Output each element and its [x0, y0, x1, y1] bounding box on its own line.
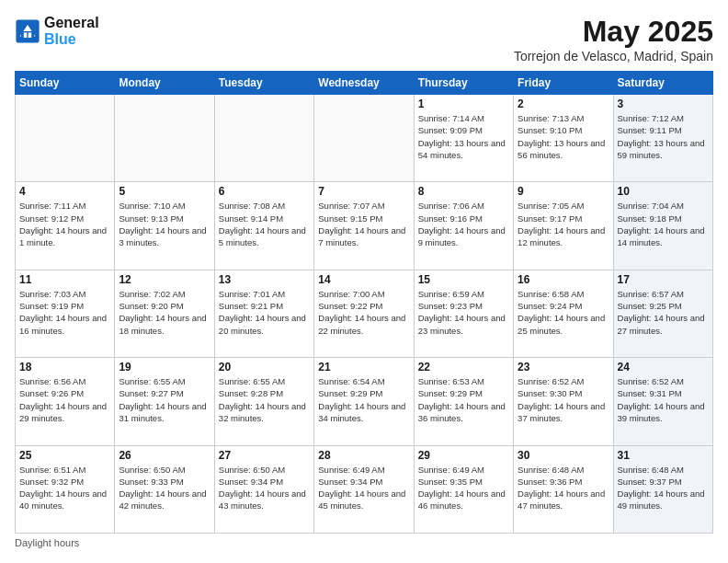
calendar-cell: 3Sunrise: 7:12 AM Sunset: 9:11 PM Daylig… — [613, 95, 712, 182]
day-info: Sunrise: 7:03 AM Sunset: 9:19 PM Dayligh… — [19, 288, 110, 337]
day-info: Sunrise: 6:58 AM Sunset: 9:24 PM Dayligh… — [518, 288, 609, 337]
day-info: Sunrise: 6:52 AM Sunset: 9:31 PM Dayligh… — [618, 375, 709, 424]
day-info: Sunrise: 6:55 AM Sunset: 9:28 PM Dayligh… — [219, 375, 310, 424]
col-monday: Monday — [115, 72, 214, 95]
calendar-cell: 24Sunrise: 6:52 AM Sunset: 9:31 PM Dayli… — [613, 358, 712, 445]
calendar-cell: 5Sunrise: 7:10 AM Sunset: 9:13 PM Daylig… — [115, 182, 214, 270]
calendar-cell: 9Sunrise: 7:05 AM Sunset: 9:17 PM Daylig… — [514, 182, 613, 270]
calendar-cell: 12Sunrise: 7:02 AM Sunset: 9:20 PM Dayli… — [115, 270, 214, 357]
day-number: 29 — [418, 449, 509, 462]
day-number: 5 — [119, 185, 210, 198]
svg-rect-4 — [28, 32, 32, 38]
calendar-cell: 4Sunrise: 7:11 AM Sunset: 9:12 PM Daylig… — [16, 182, 115, 270]
day-info: Sunrise: 7:00 AM Sunset: 9:22 PM Dayligh… — [318, 288, 409, 337]
day-info: Sunrise: 7:14 AM Sunset: 9:09 PM Dayligh… — [418, 112, 509, 161]
title-block: May 2025 Torrejon de Velasco, Madrid, Sp… — [514, 15, 713, 63]
logo-icon — [15, 18, 40, 44]
calendar-cell: 18Sunrise: 6:56 AM Sunset: 9:26 PM Dayli… — [16, 358, 115, 445]
day-number: 22 — [418, 361, 509, 373]
calendar-cell — [16, 95, 115, 182]
calendar-cell: 14Sunrise: 7:00 AM Sunset: 9:22 PM Dayli… — [314, 270, 414, 357]
day-info: Sunrise: 6:49 AM Sunset: 9:34 PM Dayligh… — [318, 464, 409, 512]
calendar-cell: 7Sunrise: 7:07 AM Sunset: 9:15 PM Daylig… — [314, 182, 414, 270]
calendar-cell — [214, 95, 313, 182]
calendar-cell: 31Sunrise: 6:48 AM Sunset: 9:37 PM Dayli… — [613, 445, 712, 533]
day-number: 10 — [618, 185, 709, 198]
day-number: 16 — [518, 273, 609, 286]
col-tuesday: Tuesday — [214, 72, 313, 95]
calendar-cell — [314, 95, 414, 182]
day-number: 8 — [418, 185, 509, 198]
day-info: Sunrise: 6:48 AM Sunset: 9:37 PM Dayligh… — [618, 464, 709, 512]
calendar-cell: 1Sunrise: 7:14 AM Sunset: 9:09 PM Daylig… — [414, 95, 513, 182]
day-info: Sunrise: 7:12 AM Sunset: 9:11 PM Dayligh… — [618, 112, 709, 161]
day-info: Sunrise: 6:56 AM Sunset: 9:26 PM Dayligh… — [19, 375, 110, 424]
col-friday: Friday — [514, 72, 613, 95]
day-number: 20 — [219, 361, 310, 373]
day-number: 9 — [518, 185, 609, 198]
day-number: 11 — [19, 273, 110, 286]
day-info: Sunrise: 7:01 AM Sunset: 9:21 PM Dayligh… — [219, 288, 310, 337]
day-info: Sunrise: 6:53 AM Sunset: 9:29 PM Dayligh… — [418, 375, 509, 424]
day-number: 12 — [119, 273, 210, 286]
day-number: 30 — [518, 449, 609, 462]
day-info: Sunrise: 7:05 AM Sunset: 9:17 PM Dayligh… — [518, 200, 609, 248]
day-number: 25 — [19, 449, 110, 462]
svg-rect-3 — [24, 32, 28, 38]
calendar-cell: 28Sunrise: 6:49 AM Sunset: 9:34 PM Dayli… — [314, 445, 414, 533]
day-number: 3 — [618, 98, 709, 110]
calendar-cell: 22Sunrise: 6:53 AM Sunset: 9:29 PM Dayli… — [414, 358, 513, 445]
day-number: 26 — [119, 449, 210, 462]
day-info: Sunrise: 7:08 AM Sunset: 9:14 PM Dayligh… — [219, 200, 310, 248]
day-number: 19 — [119, 361, 210, 373]
calendar-cell: 19Sunrise: 6:55 AM Sunset: 9:27 PM Dayli… — [115, 358, 214, 445]
page: General Blue May 2025 Torrejon de Velasc… — [0, 0, 728, 563]
svg-rect-2 — [21, 31, 34, 38]
day-info: Sunrise: 6:50 AM Sunset: 9:34 PM Dayligh… — [219, 464, 310, 512]
calendar-cell: 15Sunrise: 6:59 AM Sunset: 9:23 PM Dayli… — [414, 270, 513, 357]
header: General Blue May 2025 Torrejon de Velasc… — [15, 15, 713, 63]
day-info: Sunrise: 7:04 AM Sunset: 9:18 PM Dayligh… — [618, 200, 709, 248]
day-info: Sunrise: 7:11 AM Sunset: 9:12 PM Dayligh… — [19, 200, 110, 248]
col-wednesday: Wednesday — [314, 72, 414, 95]
day-number: 6 — [219, 185, 310, 198]
calendar-week-2: 11Sunrise: 7:03 AM Sunset: 9:19 PM Dayli… — [16, 270, 713, 357]
calendar-cell: 27Sunrise: 6:50 AM Sunset: 9:34 PM Dayli… — [214, 445, 313, 533]
calendar-cell: 10Sunrise: 7:04 AM Sunset: 9:18 PM Dayli… — [613, 182, 712, 270]
calendar-cell: 30Sunrise: 6:48 AM Sunset: 9:36 PM Dayli… — [514, 445, 613, 533]
calendar-week-3: 18Sunrise: 6:56 AM Sunset: 9:26 PM Dayli… — [16, 358, 713, 445]
day-number: 17 — [618, 273, 709, 286]
day-number: 4 — [19, 185, 110, 198]
day-info: Sunrise: 7:13 AM Sunset: 9:10 PM Dayligh… — [518, 112, 609, 161]
calendar-cell: 25Sunrise: 6:51 AM Sunset: 9:32 PM Dayli… — [16, 445, 115, 533]
day-info: Sunrise: 6:55 AM Sunset: 9:27 PM Dayligh… — [119, 375, 210, 424]
calendar-week-1: 4Sunrise: 7:11 AM Sunset: 9:12 PM Daylig… — [16, 182, 713, 270]
day-info: Sunrise: 6:54 AM Sunset: 9:29 PM Dayligh… — [318, 375, 409, 424]
day-info: Sunrise: 7:10 AM Sunset: 9:13 PM Dayligh… — [119, 200, 210, 248]
calendar-cell: 11Sunrise: 7:03 AM Sunset: 9:19 PM Dayli… — [16, 270, 115, 357]
calendar-week-0: 1Sunrise: 7:14 AM Sunset: 9:09 PM Daylig… — [16, 95, 713, 182]
day-number: 28 — [318, 449, 409, 462]
day-number: 31 — [618, 449, 709, 462]
col-sunday: Sunday — [16, 72, 115, 95]
day-info: Sunrise: 6:51 AM Sunset: 9:32 PM Dayligh… — [19, 464, 110, 512]
day-number: 21 — [318, 361, 409, 373]
calendar-cell: 21Sunrise: 6:54 AM Sunset: 9:29 PM Dayli… — [314, 358, 414, 445]
calendar-cell: 26Sunrise: 6:50 AM Sunset: 9:33 PM Dayli… — [115, 445, 214, 533]
calendar-cell: 2Sunrise: 7:13 AM Sunset: 9:10 PM Daylig… — [514, 95, 613, 182]
day-info: Sunrise: 6:59 AM Sunset: 9:23 PM Dayligh… — [418, 288, 509, 337]
day-number: 2 — [518, 98, 609, 110]
calendar-cell — [115, 95, 214, 182]
day-number: 7 — [318, 185, 409, 198]
day-info: Sunrise: 6:57 AM Sunset: 9:25 PM Dayligh… — [618, 288, 709, 337]
calendar-cell: 20Sunrise: 6:55 AM Sunset: 9:28 PM Dayli… — [214, 358, 313, 445]
logo-text: General Blue — [44, 15, 99, 48]
calendar-cell: 23Sunrise: 6:52 AM Sunset: 9:30 PM Dayli… — [514, 358, 613, 445]
calendar-table: Sunday Monday Tuesday Wednesday Thursday… — [15, 71, 713, 534]
day-info: Sunrise: 7:07 AM Sunset: 9:15 PM Dayligh… — [318, 200, 409, 248]
main-title: May 2025 — [514, 15, 713, 49]
col-saturday: Saturday — [613, 72, 712, 95]
calendar-cell: 29Sunrise: 6:49 AM Sunset: 9:35 PM Dayli… — [414, 445, 513, 533]
day-info: Sunrise: 6:49 AM Sunset: 9:35 PM Dayligh… — [418, 464, 509, 512]
day-info: Sunrise: 7:02 AM Sunset: 9:20 PM Dayligh… — [119, 288, 210, 337]
